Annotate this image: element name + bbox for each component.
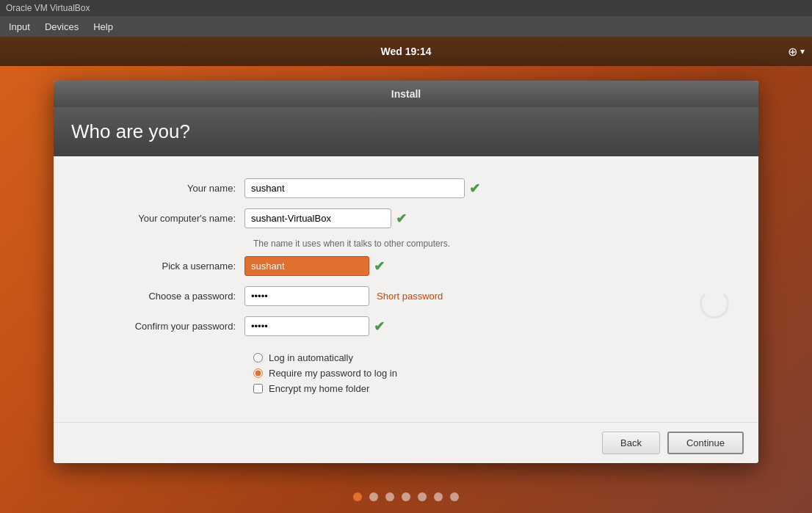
your-name-input-wrap: ✔ — [244, 178, 729, 198]
install-footer: Back Continue — [54, 422, 758, 463]
menu-input[interactable]: Input — [3, 19, 36, 34]
progress-dot-6 — [434, 492, 443, 501]
menu-help[interactable]: Help — [87, 19, 119, 34]
continue-button[interactable]: Continue — [667, 432, 744, 454]
clock: Wed 19:14 — [381, 46, 432, 57]
install-header: Who are you? — [54, 107, 758, 156]
login-password-label: Require my password to log in — [269, 368, 397, 379]
top-bar: Wed 19:14 ⊕ ▾ — [0, 37, 812, 66]
progress-dot-4 — [402, 492, 410, 501]
login-password-row: Require my password to log in — [253, 368, 729, 379]
encrypt-checkbox[interactable] — [253, 384, 263, 393]
install-window: Install Who are you? Your name: ✔ Your c… — [54, 81, 758, 463]
confirm-password-input[interactable] — [244, 316, 369, 336]
login-auto-row: Log in automatically — [253, 352, 729, 363]
login-auto-radio[interactable] — [253, 353, 263, 363]
password-row: Choose a password: Short password — [83, 286, 678, 306]
progress-dot-1 — [353, 492, 362, 501]
computer-name-input[interactable] — [244, 208, 391, 228]
install-window-titlebar: Install — [54, 81, 758, 107]
top-bar-dropdown-arrow[interactable]: ▾ — [800, 46, 805, 57]
page-title: Who are you? — [71, 120, 741, 143]
computer-name-label: Your computer's name: — [83, 213, 244, 224]
progress-dot-3 — [385, 492, 394, 501]
password-input[interactable] — [244, 286, 369, 306]
encrypt-row: Encrypt my home folder — [253, 383, 729, 394]
desktop: Install Who are you? Your name: ✔ Your c… — [0, 66, 812, 513]
your-name-input[interactable] — [244, 178, 465, 198]
login-auto-label: Log in automatically — [269, 352, 353, 363]
progress-dot-5 — [418, 492, 427, 501]
username-check-icon: ✔ — [374, 258, 385, 274]
top-bar-controls: ⊕ ▾ — [788, 45, 805, 59]
username-label: Pick a username: — [83, 261, 244, 272]
title-bar-text: Oracle VM VirtualBox — [6, 3, 90, 13]
progress-dots — [353, 492, 459, 501]
short-password-message: Short password — [377, 291, 443, 302]
menu-bar: Input Devices Help — [0, 16, 812, 37]
computer-name-row: Your computer's name: ✔ — [83, 208, 729, 228]
title-bar: Oracle VM VirtualBox — [0, 0, 812, 16]
spinner-area — [678, 286, 729, 319]
computer-name-check-icon: ✔ — [396, 211, 407, 227]
back-button[interactable]: Back — [602, 432, 660, 454]
computer-name-input-wrap: ✔ — [244, 208, 729, 228]
confirm-password-label: Confirm your password: — [83, 321, 244, 332]
password-area: Choose a password: Short password Confir… — [83, 286, 729, 346]
login-password-radio[interactable] — [253, 368, 263, 378]
username-input[interactable] — [244, 256, 369, 276]
password-input-wrap: Short password — [244, 286, 678, 306]
accessibility-icon[interactable]: ⊕ — [788, 45, 797, 59]
confirm-password-row: Confirm your password: ✔ — [83, 316, 678, 336]
computer-name-helper: The name it uses when it talks to other … — [253, 239, 729, 249]
progress-dot-7 — [450, 492, 459, 501]
username-input-wrap: ✔ — [244, 256, 729, 276]
password-label: Choose a password: — [83, 291, 244, 302]
login-options: Log in automatically Require my password… — [253, 352, 729, 394]
your-name-row: Your name: ✔ — [83, 178, 729, 198]
confirm-password-check-icon: ✔ — [374, 319, 385, 335]
progress-dot-2 — [369, 492, 378, 501]
install-body: Your name: ✔ Your computer's name: ✔ The… — [54, 156, 758, 422]
encrypt-label: Encrypt my home folder — [269, 383, 369, 394]
loading-spinner — [700, 289, 729, 319]
password-fields: Choose a password: Short password Confir… — [83, 286, 678, 346]
menu-devices[interactable]: Devices — [39, 19, 84, 34]
username-row: Pick a username: ✔ — [83, 256, 729, 276]
confirm-password-input-wrap: ✔ — [244, 316, 678, 336]
your-name-label: Your name: — [83, 183, 244, 194]
install-window-title: Install — [391, 88, 421, 100]
your-name-check-icon: ✔ — [469, 181, 480, 197]
